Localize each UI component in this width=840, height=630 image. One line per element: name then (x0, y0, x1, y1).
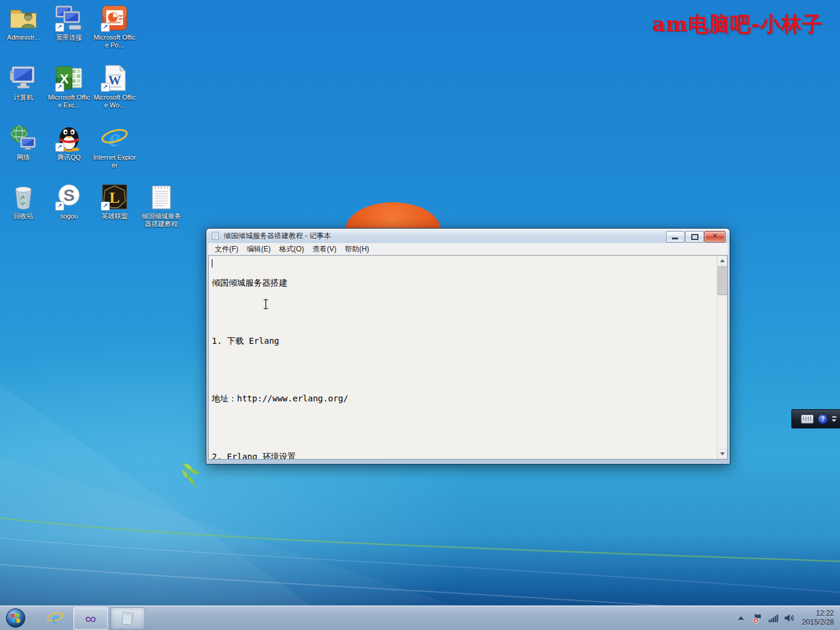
maximize-icon (691, 234, 698, 240)
start-button[interactable] (4, 607, 28, 629)
shortcut-arrow-icon: ↗ (55, 83, 64, 92)
desktop-icon-league-of-legends[interactable]: L ↗ 英雄联盟 (92, 182, 137, 220)
desktop-icon-word[interactable]: W ↗ Microsoft Office Wo... (92, 64, 137, 109)
keyboard-icon[interactable] (801, 415, 814, 424)
desktop-icon-excel[interactable]: X ↗ Microsoft Office Exc... (47, 64, 91, 109)
clock-date: 2015/2/28 (802, 618, 834, 627)
desktop-icon-label: 腾讯QQ (47, 154, 91, 161)
desktop-icon-label: 网络 (1, 154, 46, 161)
menu-edit[interactable]: 编辑(E) (242, 243, 275, 256)
menu-format[interactable]: 格式(O) (275, 243, 308, 256)
minimize-icon (672, 238, 678, 239)
desktop-icon-label: sogou (47, 212, 91, 220)
desktop-icon-label: Microsoft Office Po... (92, 34, 137, 49)
desktop-icon-label: Microsoft Office Exc... (47, 94, 91, 109)
network-signal-icon[interactable] (768, 614, 778, 623)
notepad-app-icon (211, 232, 220, 241)
desktop-icon-label: 倾国倾城服务器搭建教程 (139, 212, 184, 228)
action-center-flag-icon[interactable] (752, 613, 763, 623)
computer-icon (9, 64, 38, 92)
desktop-icon-computer[interactable]: 计算机 (1, 64, 46, 101)
scroll-down-button[interactable] (717, 449, 727, 459)
taskbar-clock[interactable]: 12:22 2015/2/28 (802, 609, 834, 627)
menu-file[interactable]: 文件(F) (211, 243, 242, 256)
text-line (212, 307, 713, 316)
windows-start-orb-icon (5, 608, 26, 628)
sogou-s-letter: S (64, 186, 75, 205)
lol-icon: L ↗ (100, 182, 129, 211)
broadband-icon: ↗ (55, 4, 83, 32)
text-line (212, 422, 713, 432)
svg-text:e: e (52, 609, 59, 627)
desktop-icon-label: Internet Explorer (92, 154, 137, 169)
watermark-text: am电脑吧-小林子 (652, 11, 823, 38)
text-line: 倾国倾城服务器搭建 (212, 278, 713, 287)
text-caret (212, 259, 212, 268)
system-tray: 12:22 2015/2/28 (738, 606, 840, 630)
desktop-icon-sogou[interactable]: S ↗ sogou (47, 182, 91, 220)
leaf-sprig (181, 463, 199, 487)
recycle-bin-icon (9, 182, 38, 211)
menu-help[interactable]: 帮助(H) (341, 243, 374, 256)
sogou-icon: S ↗ (55, 182, 83, 211)
desktop-icon-guide-textfile[interactable]: 倾国倾城服务器搭建教程 (139, 182, 184, 228)
word-icon: W ↗ (100, 64, 129, 92)
desktop-icon-label: Administr... (1, 34, 46, 41)
taskbar-visual-studio-button[interactable]: ∞ (73, 607, 108, 630)
notepad-taskbar-icon (119, 610, 136, 627)
lol-l-letter: L (109, 189, 119, 206)
volume-speaker-icon[interactable] (784, 613, 794, 623)
desktop-icon-label: 英雄联盟 (92, 212, 137, 220)
language-bar-grip[interactable] (794, 413, 799, 425)
desktop-icon-network[interactable]: 网络 (1, 124, 46, 161)
language-bar-dropdown-icon (832, 419, 836, 422)
menu-view[interactable]: 查看(V) (308, 243, 341, 256)
desktop-icon-recycle-bin[interactable]: 回收站 (1, 182, 46, 220)
visual-studio-infinity-icon: ∞ (85, 611, 97, 626)
desktop-icon-label: 计算机 (1, 94, 46, 101)
desktop-icon-powerpoint[interactable]: ↗ Microsoft Office Po... (92, 4, 137, 49)
text-file-icon (147, 182, 176, 211)
text-line: 2. Erlang 环境设置 (212, 452, 713, 460)
taskbar-ie-button[interactable]: e (42, 607, 68, 629)
text-line: 地址：http://www.erlang.org/ (212, 394, 713, 403)
text-line (212, 365, 713, 374)
ie-icon: e (100, 124, 129, 152)
language-bar-minimize-icon (832, 416, 836, 418)
show-hidden-icons-button[interactable] (738, 616, 744, 620)
taskbar: e ∞ (0, 605, 840, 630)
ibeam-mouse-cursor (262, 299, 269, 310)
language-bar-options[interactable] (832, 416, 836, 422)
minimize-button[interactable] (666, 231, 685, 242)
language-bar[interactable]: ? (791, 409, 840, 428)
shortcut-arrow-icon: ↗ (55, 23, 64, 32)
desktop-icon-broadband[interactable]: ↗ 宽带连接 (47, 4, 91, 41)
notepad-window: 倾国倾城服务器搭建教程 - 记事本 ✕ 文件(F) 编辑(E) 格式(O) 查看… (206, 228, 730, 464)
vertical-scrollbar[interactable] (716, 256, 727, 459)
shortcut-arrow-icon: ↗ (101, 23, 110, 32)
desktop-icon-internet-explorer[interactable]: e Internet Explorer (92, 124, 137, 169)
scroll-up-button[interactable] (717, 256, 727, 266)
text-line: 1. 下载 Erlang (212, 336, 713, 346)
shortcut-arrow-icon: ↗ (101, 83, 110, 92)
network-globe-icon (9, 124, 38, 152)
desktop-icon-qq[interactable]: ↗ 腾讯QQ (47, 124, 91, 161)
clock-time: 12:22 (802, 609, 834, 618)
scrollbar-thumb[interactable] (718, 266, 728, 295)
notepad-titlebar[interactable]: 倾国倾城服务器搭建教程 - 记事本 ✕ (206, 229, 730, 243)
maximize-button[interactable] (685, 231, 704, 242)
desktop-icon-label: 回收站 (1, 212, 46, 220)
word-w-letter: W (109, 73, 121, 88)
help-icon[interactable]: ? (818, 414, 828, 424)
desktop-icon-administrator[interactable]: Administr... (1, 4, 46, 41)
scroll-down-icon (720, 452, 725, 455)
taskbar-notepad-button[interactable] (110, 607, 145, 630)
desktop-icon-label: 宽带连接 (47, 34, 91, 41)
notepad-text-area[interactable]: 倾国倾城服务器搭建 1. 下载 Erlang 地址：http://www.erl… (208, 255, 728, 460)
close-button[interactable]: ✕ (704, 231, 725, 242)
excel-icon: X ↗ (55, 64, 83, 92)
powerpoint-icon: ↗ (100, 4, 129, 32)
ie-e-letter: e (109, 124, 121, 152)
scroll-up-icon (720, 259, 725, 262)
desktop-icon-label: Microsoft Office Wo... (92, 94, 137, 109)
